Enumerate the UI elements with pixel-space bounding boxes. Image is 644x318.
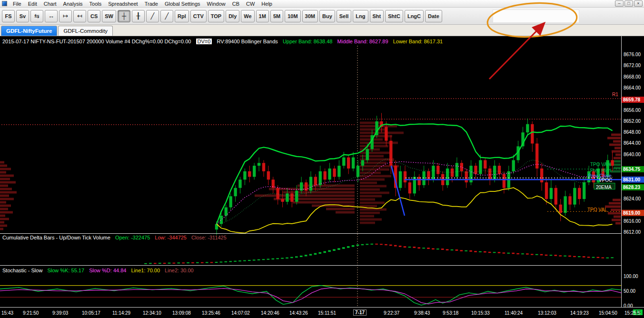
symbol-info-text: 2015-07-17 NIFTY-NS-FUT-201507 200000 Vo… [2,39,191,44]
time-label: 11:40:24 [505,310,523,316]
svg-text:8668.00: 8668.00 [624,74,641,80]
time-label: 12:34:10 [143,310,161,316]
time-label: 10:05:17 [82,310,100,316]
delta-low-value: Low: -344725 [155,235,187,240]
time-label: 13:12:03 [538,310,556,316]
compress-bars-icon[interactable]: ⇆ [30,10,43,22]
toolbar-button-sht[interactable]: Sht [370,10,384,22]
level-lines [1,99,621,125]
menu-item-global-settings[interactable]: Global Settings [161,0,204,7]
toolbar-button-10m[interactable]: 10M [285,10,300,22]
menu-item-spreadsheet[interactable]: Spreadsheet [105,0,141,7]
toolbar-button-cs[interactable]: CS [88,10,100,22]
time-label: 13:25:46 [202,310,220,316]
close-button[interactable]: × [634,0,643,7]
menu-item-help[interactable]: Help [258,0,276,7]
svg-text:8624.00: 8624.00 [624,196,641,201]
toolbar-empty-area [493,10,579,23]
toolbar-button-lng[interactable]: Lng [353,10,368,22]
svg-text:50.00: 50.00 [624,288,635,294]
toolbar-button-5m[interactable]: 5M [270,10,283,22]
time-label: 13:09:08 [172,310,191,316]
price-chart-canvas[interactable]: R1TPO VAHPrev HighPrev CloseVPOC20EMATPO… [0,36,644,318]
stochastic-line2-value: Line2: 30.00 [165,268,194,273]
menu-item-trade[interactable]: Trade [141,0,161,7]
toolbar-button-sv[interactable]: Sv [16,10,29,22]
shift-back-icon[interactable]: ↤ [73,10,86,22]
svg-text:R1: R1 [612,92,618,97]
toolbar-button-fs[interactable]: FS [2,10,15,22]
time-label: 9:53:18 [443,310,458,316]
ray-tool-icon[interactable]: ╱ [160,10,173,22]
application-icon [2,1,7,6]
stochastic-k-value: Slow %K: 55.17 [47,268,84,273]
menu-item-cb[interactable]: CB [229,0,243,7]
toolbar-button-buy[interactable]: Buy [319,10,335,22]
maximize-button[interactable]: □ [624,0,633,7]
menu-item-edit[interactable]: Edit [25,0,40,7]
tab-gdfl-commodity[interactable]: GDFL-Commodity [58,26,113,36]
crosshair-icon[interactable]: ┼ [118,10,130,22]
time-label: 9:39:03 [52,310,68,316]
time-label: 10:15:33 [471,310,490,316]
svg-text:8628.23: 8628.23 [623,185,641,190]
session-date-label: 7-17 [353,309,367,316]
svg-text:8634.75: 8634.75 [623,167,641,172]
crosshair-alt-icon[interactable]: ╂ [132,10,145,22]
time-label: 9:38:43 [414,310,430,316]
chart-region: R1TPO VAHPrev HighPrev CloseVPOC20EMATPO… [0,36,644,318]
shift-forward-icon[interactable]: ↦ [59,10,72,22]
toolbar-button-shtc[interactable]: ShtC [385,10,403,22]
toolbar-button-1m[interactable]: 1M [256,10,269,22]
menu-item-window[interactable]: Window [204,0,229,7]
svg-text:20EMA: 20EMA [596,185,612,190]
toolbar-button-sell[interactable]: Sell [337,10,352,22]
svg-text:TPO VAH: TPO VAH [590,162,611,167]
tab-bar: GDFL-NiftyFuture GDFL-Commodity [0,25,644,36]
toolbar: FSSv⇆↔↦↤CSSW┼╂╱╱RplCTVTOPDlyWe1M5M10M30M… [0,8,644,25]
svg-text:8644.00: 8644.00 [624,140,641,146]
toolbar-button-ctv[interactable]: CTV [190,10,207,22]
toolbar-button-top[interactable]: TOP [208,10,224,22]
svg-text:8664.00: 8664.00 [624,85,641,90]
delta-panel-header: Cumulative Delta Bars - Up/Down Tick Vol… [2,235,230,240]
menu-item-file[interactable]: File [10,0,25,7]
upper-band-value: Upper Band: 8638.48 [283,39,333,44]
trendline-tool-icon[interactable]: ╱ [146,10,159,22]
svg-text:8656.00: 8656.00 [624,108,641,113]
tab-gdfl-niftyfuture[interactable]: GDFL-NiftyFuture [1,26,57,36]
time-label: 14:07:02 [231,310,250,316]
menu-item-tools[interactable]: Tools [86,0,105,7]
stoch-k-line [0,286,621,306]
trendline-line [391,166,405,216]
toolbar-button-date[interactable]: Date [425,10,442,22]
expand-bars-icon[interactable]: ↔ [45,10,58,22]
svg-text:VPOC: VPOC [599,178,612,183]
menu-item-analysis[interactable]: Analysis [60,0,86,7]
lower-band-value: Lower Band: 8617.31 [393,39,443,44]
time-label: 15:04:50 [599,310,617,316]
toolbar-button-sw[interactable]: SW [102,10,116,22]
time-label: 14:43:26 [289,310,308,316]
delta-bars [144,244,614,264]
delta-title: Cumulative Delta Bars - Up/Down Tick Vol… [2,235,110,240]
menu-item-cw[interactable]: CW [243,0,258,7]
toolbar-button-rpl[interactable]: Rpl [175,10,189,22]
minimize-button[interactable]: – [615,0,624,7]
svg-text:8652.00: 8652.00 [624,119,641,124]
stochastic-panel-header: Stochastic - Slow Slow %K: 55.17 Slow %D… [2,268,197,273]
toolbar-button-30m[interactable]: 30M [302,10,318,22]
svg-text:8616.00: 8616.00 [624,219,641,224]
toolbar-button-we[interactable]: We [241,10,254,22]
toolbar-button-lngc[interactable]: LngC [405,10,424,22]
svg-text:8676.00: 8676.00 [624,52,641,57]
menu-item-chart[interactable]: Chart [40,0,60,7]
menu-bar-items: FileEditChartAnalysisToolsSpreadsheetTra… [10,0,276,7]
stochastic-line1-value: Line1: 70.00 [131,268,160,273]
time-label: 9:21:50 [23,310,39,316]
svg-text:8612.00: 8612.00 [624,229,641,235]
middle-band-value: Middle Band: 8627.89 [337,39,388,44]
toolbar-button-dly[interactable]: Dly [226,10,239,22]
application-window: FileEditChartAnalysisToolsSpreadsheetTra… [0,0,644,318]
time-label: 14:20:46 [261,310,279,316]
